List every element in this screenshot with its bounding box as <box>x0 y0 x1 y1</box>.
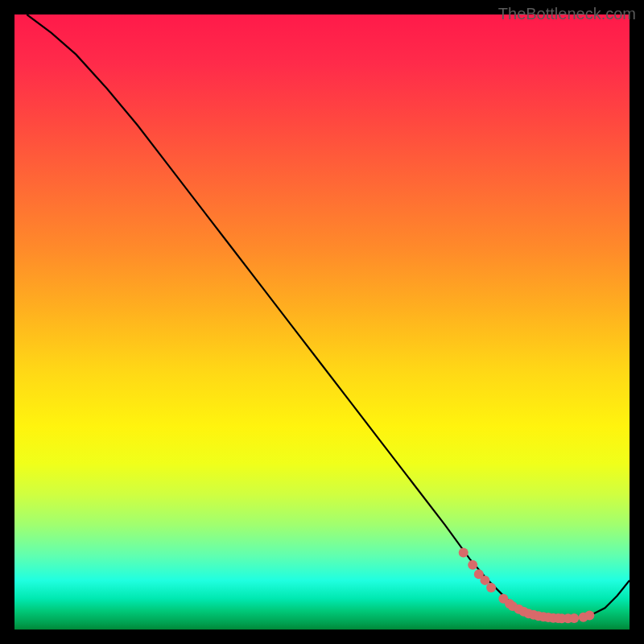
marker-dot <box>569 613 579 623</box>
marker-dot <box>468 560 477 570</box>
marker-dot <box>459 548 469 558</box>
highlight-markers <box>459 548 595 624</box>
marker-dot <box>480 576 489 585</box>
marker-dot <box>486 583 496 592</box>
chart-overlay <box>14 14 630 630</box>
curve-line <box>27 14 630 618</box>
marker-dot <box>584 610 594 620</box>
plot-area <box>14 14 630 630</box>
watermark-text: TheBottleneck.com <box>498 5 636 23</box>
